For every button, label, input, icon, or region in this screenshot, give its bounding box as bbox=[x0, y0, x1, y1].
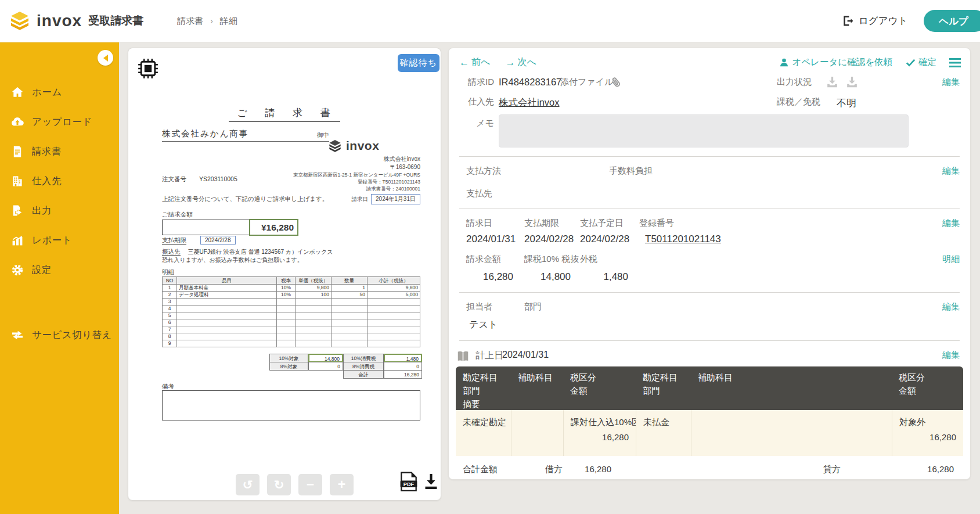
rotate-right-button[interactable] bbox=[267, 474, 291, 495]
menu-icon[interactable] bbox=[949, 58, 961, 67]
sidebar-item-supplier[interactable]: 仕入先 bbox=[0, 166, 119, 196]
book-icon bbox=[456, 349, 470, 362]
doc-remarks-box bbox=[162, 390, 420, 420]
taxable-value: 14,800 bbox=[524, 271, 571, 283]
download-icon[interactable] bbox=[423, 473, 439, 490]
invoice-preview-panel: 確認待ち ご 請 求 書 株式会社みかん商事 御中 invox 株式会社invo… bbox=[128, 48, 441, 501]
attachment-label: 添付ファイル bbox=[560, 77, 613, 88]
detail-row-supplier: 仕入先 株式会社invox 課税／免税 不明 bbox=[449, 96, 970, 110]
supplier-link[interactable]: 株式会社invox bbox=[499, 96, 560, 109]
doc-summary-label: 8%対象 bbox=[269, 362, 308, 371]
sidebar-item-label: 出力 bbox=[32, 204, 52, 217]
amount-label: 請求金額 bbox=[466, 254, 501, 265]
doc-due-date: 支払期限2024/2/28 bbox=[162, 236, 236, 245]
debit-account: 未確定勘定 bbox=[456, 415, 511, 430]
credit-amount: 16,280 bbox=[892, 430, 963, 445]
sidebar-menu: ホームアップロード請求書仕入先出力レポート設定 bbox=[0, 77, 119, 285]
logout-icon bbox=[842, 15, 855, 27]
edit-billing-link[interactable]: 編集 bbox=[942, 218, 960, 229]
credit-account: 未払金 bbox=[636, 415, 691, 430]
prev-button[interactable]: 前へ bbox=[459, 56, 490, 69]
doc-amount-label: ご請求金額 bbox=[162, 211, 193, 219]
staff-values-row: テスト bbox=[449, 319, 970, 333]
divider bbox=[459, 209, 960, 209]
amount-labels-row: 請求金額 課税10% 税抜 外税 明細 bbox=[449, 254, 970, 268]
svg-text:PDF: PDF bbox=[403, 481, 415, 487]
detail-lines-link[interactable]: 明細 bbox=[942, 254, 960, 265]
pdf-icon[interactable]: PDF bbox=[400, 472, 417, 491]
sidebar-item-label: 請求書 bbox=[32, 145, 62, 158]
doc-table-row: 5 bbox=[163, 312, 420, 319]
debit-amount: 16,280 bbox=[564, 430, 636, 445]
doc-greeting: 上記注文番号分について、下記の通りご請求申し上げます。 bbox=[162, 195, 328, 203]
check-icon bbox=[905, 57, 916, 68]
doc-detail-label: 明細 bbox=[162, 268, 174, 276]
paperclip-icon[interactable] bbox=[606, 73, 626, 92]
rotate-left-button[interactable] bbox=[236, 474, 260, 495]
doc-table-header-cell: NO bbox=[163, 277, 177, 285]
edit-journal-link[interactable]: 編集 bbox=[942, 350, 960, 361]
doc-summary-label: 10%消費税 bbox=[343, 354, 384, 362]
doc-bank-note: 恐れ入りますが、お振込み手数料はご負担願います。 bbox=[162, 256, 303, 264]
journal-date-row: 計上日 2024/01/31 編集 bbox=[449, 350, 970, 364]
doc-invox-logo: invox bbox=[327, 139, 379, 153]
doc-table-row: 7 bbox=[163, 326, 420, 333]
doc-summary: 10%対象14,80010%消費税1,4808%対象08%消費税0合計16,28… bbox=[269, 354, 422, 379]
credit-total: 16,280 bbox=[927, 464, 954, 474]
zoom-out-button[interactable] bbox=[298, 474, 322, 495]
registration-no-link[interactable]: T5011201021143 bbox=[645, 233, 721, 245]
doc-table-header-cell: 税率 bbox=[277, 277, 296, 285]
home-icon bbox=[10, 85, 24, 99]
dept-label: 部門 bbox=[524, 301, 542, 312]
cloud-upload-icon bbox=[10, 115, 24, 129]
sidebar-item-home[interactable]: ホーム bbox=[0, 77, 119, 107]
edit-header-link[interactable]: 編集 bbox=[942, 77, 960, 88]
memo-input[interactable] bbox=[499, 114, 909, 148]
sidebar-item-upload[interactable]: アップロード bbox=[0, 107, 119, 136]
arrow-right-icon bbox=[505, 57, 515, 69]
sidebar-item-invoice[interactable]: 請求書 bbox=[0, 136, 119, 166]
confirm-button[interactable]: 確定 bbox=[905, 56, 936, 69]
doc-summary-value bbox=[308, 370, 343, 379]
request-operator-button[interactable]: オペレータに確認を依頼 bbox=[779, 56, 892, 69]
doc-order-no: 注文番号YS203110005 bbox=[162, 175, 237, 184]
sidebar-item-settings[interactable]: 設定 bbox=[0, 255, 119, 285]
doc-summary-label bbox=[269, 370, 308, 379]
sidebar-item-label: 仕入先 bbox=[32, 175, 62, 188]
help-button[interactable]: ヘルプ bbox=[924, 10, 980, 32]
brand-name: invox bbox=[37, 12, 82, 30]
export-download-icon[interactable] bbox=[825, 75, 840, 89]
sidebar-collapse-button[interactable] bbox=[98, 50, 113, 66]
rotate-right-icon bbox=[274, 478, 284, 492]
doc-table-row: 6 bbox=[163, 319, 420, 326]
zoom-out-icon bbox=[307, 477, 314, 493]
edit-staff-link[interactable]: 編集 bbox=[942, 301, 960, 312]
zoom-in-button[interactable] bbox=[330, 474, 354, 495]
chevron-left-icon bbox=[100, 55, 108, 62]
sidebar-item-switch[interactable]: サービス切り替え bbox=[0, 320, 119, 350]
invoice-document: ご 請 求 書 株式会社みかん商事 御中 invox 株式会社invox 〒16… bbox=[128, 48, 441, 500]
due-date-value: 2024/02/28 bbox=[524, 233, 568, 245]
memo-label: メモ bbox=[460, 118, 494, 129]
edit-payment-link[interactable]: 編集 bbox=[942, 166, 960, 177]
logout-button[interactable]: ログアウト bbox=[842, 15, 907, 27]
divider bbox=[459, 292, 960, 293]
detail-nav-row: 前へ 次へ オペレータに確認を依頼 確定 bbox=[449, 56, 970, 70]
sidebar-item-output[interactable]: 出力 bbox=[0, 196, 119, 225]
next-button[interactable]: 次へ bbox=[505, 56, 536, 69]
sidebar-item-report[interactable]: レポート bbox=[0, 225, 119, 255]
export-download-icon[interactable] bbox=[845, 75, 859, 89]
journal-date-value: 2024/01/31 bbox=[502, 350, 549, 360]
doc-title: ご 請 求 書 bbox=[229, 106, 340, 122]
payment-method-label: 支払方法 bbox=[466, 166, 501, 177]
taxation-value: 不明 bbox=[837, 96, 856, 110]
output-status-label: 出力状況 bbox=[777, 77, 812, 88]
sidebar-item-label: サービス切り替え bbox=[32, 329, 112, 342]
doc-summary-label: 合計 bbox=[343, 370, 384, 379]
logout-label: ログアウト bbox=[859, 15, 907, 27]
doc-table-header-cell: 単価（税抜） bbox=[296, 277, 332, 285]
brand[interactable]: invox 受取請求書 bbox=[8, 11, 143, 31]
breadcrumb-invoices[interactable]: 請求書 bbox=[177, 16, 203, 27]
debit-total: 16,280 bbox=[547, 464, 611, 474]
doc-recipient: 株式会社みかん商事 御中 bbox=[162, 128, 329, 142]
